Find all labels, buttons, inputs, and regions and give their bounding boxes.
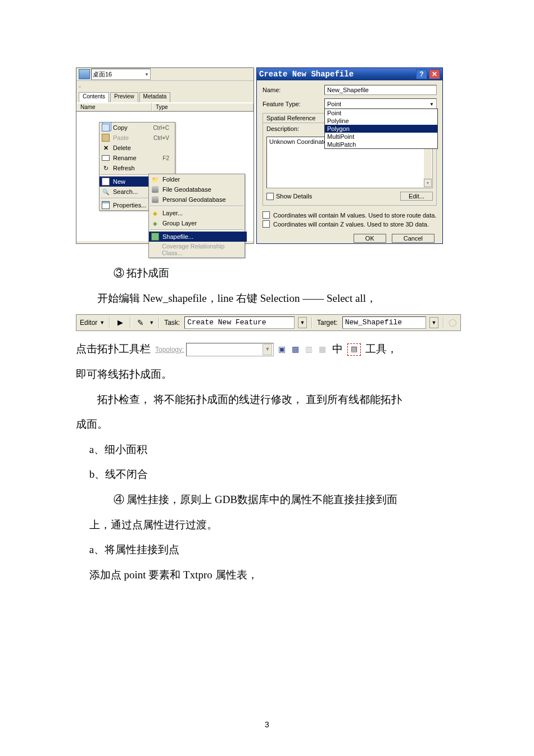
menu-paste-shortcut: Ctrl+V [153,135,169,141]
chevron-down-icon: ▼ [149,317,154,329]
feature-type-option[interactable]: MultiPatch [325,141,437,148]
name-value: New_Shapefile [327,87,369,93]
menu-properties-label: Properties... [113,202,146,209]
submenu-layer[interactable]: Layer... [149,208,247,218]
feature-type-option[interactable]: Polygon [325,125,437,133]
menu-copy[interactable]: Copy Ctrl+C [99,123,175,133]
checkbox-icon [263,211,270,219]
dialog-titlebar: Create New Shapefile ? ✕ [257,68,442,80]
column-type[interactable]: Type [152,103,254,111]
section-4-title: ④ 属性挂接，原则上 GDB数据库中的属性不能直接挂接到面 [76,487,461,513]
tab-metadata[interactable]: Metadata [139,92,171,102]
construct-polygons-icon[interactable]: ▨ [347,343,361,356]
submenu-layer-label: Layer... [162,210,183,216]
editor-dropdown[interactable]: Editor ▼ [80,315,105,331]
toolbar-placeholder: ▫ [76,81,254,92]
address-bar: 桌面16 ▼ [76,68,254,81]
feature-type-selected: Point [327,101,341,107]
address-icon [79,69,90,79]
name-input[interactable]: New_Shapefile [324,85,437,95]
target-label: Target: [317,315,338,331]
edit-tool-icon[interactable]: ▶ [115,317,125,328]
delete-icon [102,144,110,152]
z-values-checkbox[interactable]: Coordinates will contain Z values. Used … [263,220,437,228]
separator [109,317,110,328]
close-button[interactable]: ✕ [429,69,440,79]
task-dropdown[interactable]: Create New Feature [184,316,295,329]
menu-paste: Paste Ctrl+V [99,133,175,143]
sketch-tool-icon[interactable]: ✎ [135,317,146,328]
submenu-folder-label: Folder [162,176,180,183]
text-before-toolbar: 点击拓扑工具栏 [76,337,151,362]
chevron-down-icon[interactable]: ▼ [429,317,438,328]
feature-type-dropdown[interactable]: Point ▼ [324,98,437,110]
dialog-title: Create New Shapefile [259,70,354,79]
sketch-dropdown[interactable]: ▼ [149,317,154,329]
tool-icon[interactable]: ◯ [449,318,457,327]
submenu-shapefile[interactable]: Shapefile... [149,232,247,242]
column-name[interactable]: Name [76,103,152,111]
target-dropdown[interactable]: New_Shapefile [342,316,426,329]
edit-button[interactable]: Edit... [400,192,433,201]
scroll-down-icon[interactable]: ▾ [424,179,432,187]
topology-toolbar: Topology: ▼ ▣ ▩ ▥ ▦ [155,342,328,357]
submenu-folder[interactable]: Folder [149,174,247,184]
chevron-down-icon: ▼ [263,344,272,355]
paragraph-with-toolbar: 点击拓扑工具栏 Topology: ▼ ▣ ▩ ▥ ▦ 中 ▨ 工具， [76,337,461,362]
topology-tool-icon[interactable]: ▣ [276,344,287,355]
new-submenu: Folder File Geodatabase Personal Geodata… [148,174,245,258]
menu-copy-label: Copy [113,124,128,131]
feature-type-list: Point Polyline Polygon MultiPoint MultiP… [324,108,438,149]
menu-rename[interactable]: Rename F2 [99,153,175,163]
feature-type-option[interactable]: MultiPoint [325,133,437,141]
rename-icon [102,154,110,162]
topology-tool-icon[interactable]: ▩ [289,344,301,355]
new-icon [102,178,110,185]
topology-dropdown[interactable]: ▼ [186,343,274,356]
cancel-button[interactable]: Cancel [392,234,435,243]
submenu-coverage-rel-label: Coverage Relationship Class... [162,243,241,256]
submenu-group-layer[interactable]: Group Layer [149,218,247,228]
paste-icon [102,134,110,142]
page-number: 3 [265,720,269,729]
paragraph: 成面。 [76,412,461,437]
address-dropdown[interactable]: 桌面16 ▼ [91,69,151,80]
editor-label: Editor [80,315,97,331]
tab-preview[interactable]: Preview [110,92,138,102]
submenu-file-gdb[interactable]: File Geodatabase [149,184,247,194]
menu-separator [150,229,243,230]
m-values-label: Coordinates will contain M values. Used … [273,212,436,219]
menu-new-label: New [113,178,125,185]
feature-type-option[interactable]: Point [325,109,437,117]
target-value: New_Shapefile [345,314,402,332]
list-area: Copy Ctrl+C Paste Ctrl+V Delete Ren [76,112,254,241]
chevron-down-icon[interactable]: ▼ [298,317,307,328]
menu-refresh[interactable]: Refresh [99,163,175,173]
paragraph: 添加点 point 要素和 Txtpro 属性表， [76,563,461,588]
menu-rename-label: Rename [113,155,137,161]
z-values-label: Coordinates will contain Z values. Used … [273,221,429,228]
shapefile-icon [151,233,159,241]
tab-contents[interactable]: Contents [79,92,109,102]
editor-toolbar: Editor ▼ ▶ ✎ ▼ Task: Create New Feature … [76,314,461,331]
arccatalog-window: 桌面16 ▼ ▫ Contents Preview Metadata Name … [76,67,254,244]
ok-button[interactable]: OK [354,234,386,243]
show-details-checkbox[interactable]: Show Details [266,193,312,200]
topology-construct-tool: ▨ [347,342,361,357]
menu-delete[interactable]: Delete [99,143,175,153]
chevron-down-icon: ▼ [144,72,149,77]
menu-copy-shortcut: Ctrl+C [153,125,169,131]
refresh-icon [102,164,110,172]
m-values-checkbox[interactable]: Coordinates will contain M values. Used … [263,211,437,219]
feature-type-label: Feature Type: [263,101,324,107]
menu-separator [150,206,243,207]
personal-gdb-icon [151,196,159,203]
text-after-toolbar: 工具， [365,337,397,362]
submenu-personal-gdb-label: Personal Geodatabase [162,196,226,203]
topology-tool-icon[interactable]: ▥ [303,344,314,355]
separator [159,317,160,328]
feature-type-option[interactable]: Polyline [325,117,437,125]
topology-tool-icon[interactable]: ▦ [316,344,328,355]
help-button[interactable]: ? [416,69,427,79]
submenu-personal-gdb[interactable]: Personal Geodatabase [149,194,247,205]
